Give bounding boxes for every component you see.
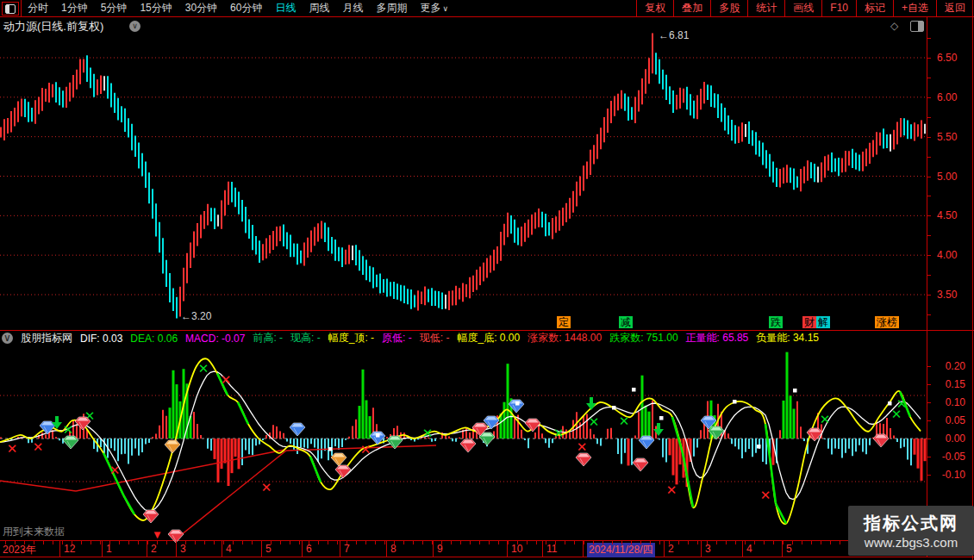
watermark-title: 指标公式网: [864, 512, 958, 535]
timeline-minor-tick: [318, 541, 319, 544]
period-tab-周线[interactable]: 周线: [309, 0, 329, 16]
timeline-month-label: 2023年: [3, 543, 36, 557]
timeline-minor-tick: [726, 541, 727, 544]
period-tab-1分钟[interactable]: 1分钟: [61, 0, 88, 16]
indicator-axis-label: 0.00: [946, 432, 965, 445]
timeline-month-label: 2: [668, 543, 674, 555]
red-x-marker-icon: ✕: [109, 463, 121, 477]
green-x-marker-icon: ✕: [589, 414, 600, 429]
timeline-minor-tick: [584, 541, 584, 544]
b-gem-icon: [639, 436, 654, 449]
macd-indicator-chart[interactable]: ✕✕✕✕✕✕✕✕✕✕✕✕✕✕✕✕✕✕✕: [0, 345, 927, 541]
timeline-tick: [386, 541, 387, 557]
period-tab-60分钟[interactable]: 60分钟: [230, 0, 262, 16]
timeline-minor-tick: [470, 541, 471, 544]
timeline-minor-tick: [166, 541, 167, 544]
timeline-month-label: 11: [546, 543, 557, 555]
timeline-minor-tick: [34, 541, 34, 544]
timeline-minor-tick: [650, 541, 651, 544]
period-tab-分时[interactable]: 分时: [28, 0, 48, 16]
hint-chip-定[interactable]: 定: [557, 316, 571, 328]
timeline-month-label: 10: [511, 543, 522, 555]
timeline-month-label: 5: [786, 543, 792, 555]
timeline-minor-tick: [299, 541, 300, 544]
action-button-标记[interactable]: 标记: [856, 0, 893, 16]
timeline-minor-tick: [195, 541, 196, 544]
timeline-month-label: 2: [151, 543, 157, 555]
indicator-field: MACD: -0.07: [185, 333, 245, 345]
timeline-month-label: 6: [306, 543, 312, 555]
timeline-minor-tick: [612, 541, 613, 544]
action-button-多股[interactable]: 多股: [710, 0, 747, 16]
axis-tick: [927, 402, 931, 403]
indicator-axis-label: 0.15: [946, 378, 965, 390]
timeline-minor-tick: [422, 541, 423, 544]
axis-tick: [927, 38, 931, 39]
period-tab-30分钟[interactable]: 30分钟: [185, 0, 217, 16]
hint-chip-财[interactable]: 财: [802, 316, 816, 328]
hint-chip-解[interactable]: 解: [816, 316, 830, 328]
price-axis-label: 6.50: [937, 52, 957, 64]
axis-tick: [927, 177, 931, 177]
watermark: 指标公式网 www.zbgs3.com: [848, 506, 974, 556]
timeline-minor-tick: [527, 541, 528, 544]
timeline-minor-tick: [81, 541, 82, 544]
period-tab-日线[interactable]: 日线: [275, 0, 296, 16]
candlestick-chart[interactable]: ←6.81←3.20: [0, 26, 927, 332]
timeline-minor-tick: [565, 541, 565, 544]
hint-chip-跌[interactable]: 跌: [769, 316, 783, 328]
timeline-minor-tick: [185, 541, 186, 544]
timeline-minor-tick: [479, 541, 480, 544]
timeline-minor-tick: [830, 541, 831, 544]
r-gem-icon: [335, 465, 351, 478]
indicator-field: 涨家数: 1448.00: [528, 331, 602, 345]
axis-tick: [927, 420, 931, 421]
axis-tick: [927, 366, 931, 367]
axis-tick: [927, 314, 931, 315]
action-button-画线[interactable]: 画线: [784, 0, 821, 16]
timeline-minor-tick: [821, 541, 821, 544]
axis-tick: [927, 439, 931, 439]
price-axis-label: 4.50: [937, 209, 957, 221]
timeline-minor-tick: [517, 541, 518, 544]
period-tab-月线[interactable]: 月线: [342, 0, 363, 16]
action-button-统计[interactable]: 统计: [747, 0, 784, 16]
timeline-minor-tick: [811, 541, 812, 544]
red-x-marker-icon: ✕: [360, 442, 371, 457]
timeline-minor-tick: [365, 541, 366, 544]
timeline-minor-tick: [498, 541, 499, 544]
timeline-minor-tick: [309, 541, 309, 544]
indicator-axis-label: 0.10: [946, 396, 965, 408]
timeline-minor-tick: [659, 541, 660, 544]
indicator-source: 股朋指标网: [21, 331, 72, 345]
timeline-minor-tick: [802, 541, 802, 544]
indicator-field: 幅度_顶: -: [328, 331, 374, 345]
hint-chip-减[interactable]: 减: [619, 316, 633, 328]
action-button-叠加[interactable]: 叠加: [673, 0, 710, 16]
timeline[interactable]: 2023年1212345678910112024/11/28/四2345: [0, 541, 974, 557]
timeline-tick: [102, 541, 103, 557]
timeline-minor-tick: [5, 541, 6, 544]
period-tab-15分钟[interactable]: 15分钟: [140, 0, 172, 16]
action-button-F10[interactable]: F10: [821, 0, 856, 16]
indicator-field: 现低: -: [420, 331, 450, 345]
indicator-field: 跌家数: 751.00: [609, 331, 677, 345]
timeline-minor-tick: [413, 541, 414, 544]
timeline-minor-tick: [271, 541, 272, 544]
timeline-tick: [742, 541, 743, 557]
layout-toggle-icon[interactable]: [2, 2, 19, 16]
axis-tick: [927, 58, 931, 59]
timeline-minor-tick: [128, 541, 129, 544]
hint-chip-涨榜[interactable]: 涨榜: [875, 316, 899, 328]
timeline-minor-tick: [384, 541, 385, 544]
axis-tick: [927, 255, 931, 256]
period-tab-5分钟[interactable]: 5分钟: [101, 0, 128, 16]
period-tab-多周期[interactable]: 多周期: [376, 0, 407, 16]
timeline-minor-tick: [735, 541, 736, 544]
axis-tick: [927, 97, 931, 98]
chevron-down-icon[interactable]: ∨: [2, 333, 13, 344]
action-button-复权[interactable]: 复权: [636, 0, 673, 16]
timeline-minor-tick: [347, 541, 347, 544]
timeline-minor-tick: [773, 541, 774, 544]
period-tab-更多[interactable]: 更多∨: [420, 0, 448, 17]
